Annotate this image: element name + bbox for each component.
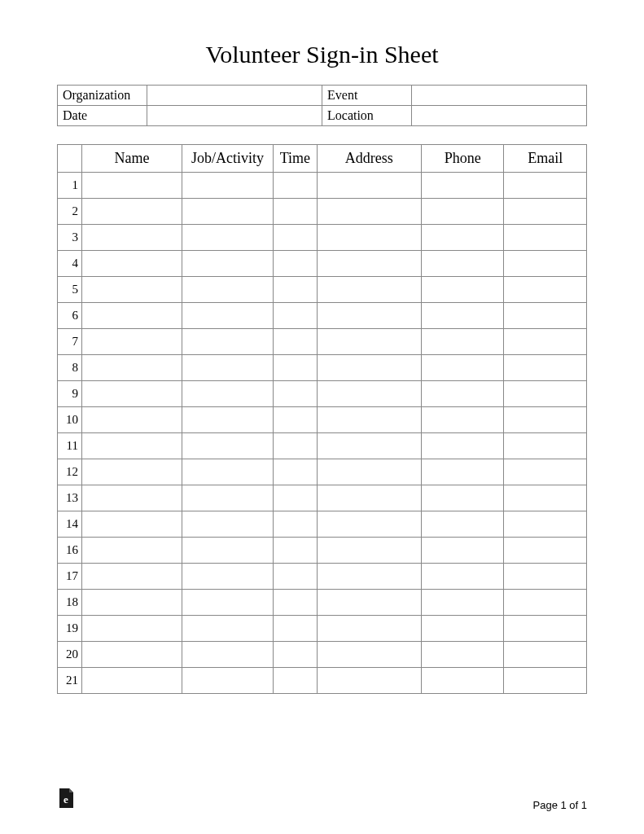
cell-job[interactable] xyxy=(182,303,273,329)
cell-address[interactable] xyxy=(317,668,421,694)
cell-name[interactable] xyxy=(81,303,182,329)
cell-job[interactable] xyxy=(182,381,273,407)
cell-phone[interactable] xyxy=(421,173,504,199)
cell-job[interactable] xyxy=(182,538,273,564)
cell-name[interactable] xyxy=(81,199,182,225)
cell-name[interactable] xyxy=(81,433,182,459)
cell-address[interactable] xyxy=(317,642,421,668)
cell-phone[interactable] xyxy=(421,616,504,642)
cell-name[interactable] xyxy=(81,642,182,668)
cell-time[interactable] xyxy=(274,511,317,538)
cell-job[interactable] xyxy=(182,329,273,355)
cell-time[interactable] xyxy=(274,433,317,459)
cell-address[interactable] xyxy=(317,173,421,199)
cell-phone[interactable] xyxy=(421,538,504,564)
cell-job[interactable] xyxy=(182,225,273,251)
cell-phone[interactable] xyxy=(421,303,504,329)
cell-job[interactable] xyxy=(182,433,273,459)
cell-email[interactable] xyxy=(504,616,587,642)
cell-time[interactable] xyxy=(274,303,317,329)
cell-name[interactable] xyxy=(81,538,182,564)
cell-name[interactable] xyxy=(81,225,182,251)
cell-name[interactable] xyxy=(81,485,182,511)
cell-email[interactable] xyxy=(504,642,587,668)
cell-address[interactable] xyxy=(317,303,421,329)
cell-job[interactable] xyxy=(182,199,273,225)
cell-name[interactable] xyxy=(81,355,182,381)
cell-name[interactable] xyxy=(81,616,182,642)
cell-name[interactable] xyxy=(81,329,182,355)
cell-address[interactable] xyxy=(317,407,421,433)
cell-email[interactable] xyxy=(504,433,587,459)
cell-phone[interactable] xyxy=(421,199,504,225)
cell-address[interactable] xyxy=(317,485,421,511)
cell-phone[interactable] xyxy=(421,355,504,381)
cell-email[interactable] xyxy=(504,381,587,407)
organization-value[interactable] xyxy=(147,86,322,106)
cell-name[interactable] xyxy=(81,564,182,590)
cell-time[interactable] xyxy=(274,173,317,199)
cell-time[interactable] xyxy=(274,538,317,564)
cell-time[interactable] xyxy=(274,590,317,616)
cell-phone[interactable] xyxy=(421,459,504,485)
cell-phone[interactable] xyxy=(421,485,504,511)
cell-phone[interactable] xyxy=(421,277,504,303)
cell-address[interactable] xyxy=(317,538,421,564)
cell-time[interactable] xyxy=(274,564,317,590)
cell-address[interactable] xyxy=(317,355,421,381)
cell-phone[interactable] xyxy=(421,590,504,616)
cell-phone[interactable] xyxy=(421,407,504,433)
cell-email[interactable] xyxy=(504,668,587,694)
cell-phone[interactable] xyxy=(421,511,504,538)
cell-address[interactable] xyxy=(317,225,421,251)
cell-time[interactable] xyxy=(274,355,317,381)
cell-time[interactable] xyxy=(274,199,317,225)
cell-address[interactable] xyxy=(317,564,421,590)
location-value[interactable] xyxy=(412,106,587,126)
cell-address[interactable] xyxy=(317,433,421,459)
cell-name[interactable] xyxy=(81,668,182,694)
cell-address[interactable] xyxy=(317,329,421,355)
cell-job[interactable] xyxy=(182,511,273,538)
cell-job[interactable] xyxy=(182,616,273,642)
cell-time[interactable] xyxy=(274,381,317,407)
cell-time[interactable] xyxy=(274,251,317,277)
cell-job[interactable] xyxy=(182,642,273,668)
cell-email[interactable] xyxy=(504,564,587,590)
cell-name[interactable] xyxy=(81,381,182,407)
date-value[interactable] xyxy=(147,106,322,126)
cell-email[interactable] xyxy=(504,355,587,381)
cell-email[interactable] xyxy=(504,251,587,277)
cell-address[interactable] xyxy=(317,381,421,407)
cell-time[interactable] xyxy=(274,225,317,251)
cell-email[interactable] xyxy=(504,173,587,199)
event-value[interactable] xyxy=(412,86,587,106)
cell-time[interactable] xyxy=(274,329,317,355)
cell-time[interactable] xyxy=(274,459,317,485)
cell-email[interactable] xyxy=(504,407,587,433)
cell-job[interactable] xyxy=(182,173,273,199)
cell-time[interactable] xyxy=(274,642,317,668)
cell-address[interactable] xyxy=(317,199,421,225)
cell-phone[interactable] xyxy=(421,329,504,355)
cell-phone[interactable] xyxy=(421,668,504,694)
cell-time[interactable] xyxy=(274,668,317,694)
cell-phone[interactable] xyxy=(421,225,504,251)
cell-address[interactable] xyxy=(317,277,421,303)
cell-job[interactable] xyxy=(182,590,273,616)
cell-job[interactable] xyxy=(182,564,273,590)
cell-job[interactable] xyxy=(182,355,273,381)
cell-phone[interactable] xyxy=(421,433,504,459)
cell-email[interactable] xyxy=(504,225,587,251)
cell-email[interactable] xyxy=(504,511,587,538)
cell-job[interactable] xyxy=(182,277,273,303)
cell-name[interactable] xyxy=(81,590,182,616)
cell-email[interactable] xyxy=(504,485,587,511)
cell-email[interactable] xyxy=(504,538,587,564)
cell-email[interactable] xyxy=(504,590,587,616)
cell-address[interactable] xyxy=(317,616,421,642)
cell-address[interactable] xyxy=(317,511,421,538)
cell-email[interactable] xyxy=(504,277,587,303)
cell-email[interactable] xyxy=(504,303,587,329)
cell-name[interactable] xyxy=(81,407,182,433)
